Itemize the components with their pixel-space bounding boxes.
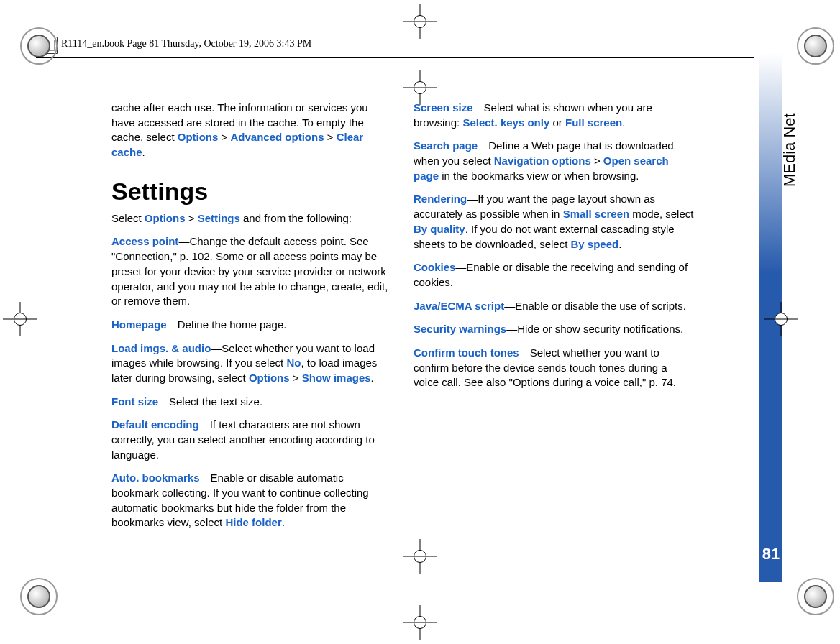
- text: —Define the home page.: [167, 318, 287, 331]
- crop-mark-icon: [403, 539, 437, 574]
- keyword: Options: [178, 131, 219, 143]
- text: .: [371, 372, 374, 384]
- text: .: [282, 516, 285, 528]
- crop-mark-icon: [403, 70, 437, 105]
- keyword: Search page: [414, 139, 478, 152]
- para: Access point—Change the default access p…: [111, 234, 392, 308]
- keyword: Advanced options: [231, 131, 324, 143]
- text: >: [324, 131, 337, 143]
- keyword: Security warnings: [414, 323, 506, 335]
- keyword: Options: [145, 212, 186, 224]
- para: cache after each use. The information or…: [111, 101, 392, 160]
- keyword: Confirm touch tones: [414, 346, 519, 359]
- keyword: By speed: [570, 238, 618, 250]
- text: —Hide or show security notifications.: [506, 323, 683, 335]
- crop-mark-icon: [403, 4, 437, 39]
- keyword: Show images: [302, 372, 371, 384]
- keyword: Small screen: [563, 208, 630, 220]
- para: Select Options > Settings and from the f…: [111, 211, 392, 226]
- text: .: [142, 146, 145, 158]
- crop-mark-icon: [403, 605, 437, 640]
- text: >: [186, 212, 198, 224]
- para: Confirm touch tones—Select whether you w…: [414, 346, 694, 390]
- para: Auto. bookmarks—Enable or disable automa…: [111, 471, 392, 530]
- text: >: [218, 131, 230, 143]
- para: Font size—Select the text size.: [111, 395, 392, 410]
- registration-mark-icon: [20, 578, 58, 615]
- crop-mark-icon: [764, 302, 798, 336]
- text: in the bookmarks view or when browsing.: [439, 170, 639, 182]
- para: Java/ECMA script—Enable or disable the u…: [414, 299, 694, 314]
- para: Rendering—If you want the page layout sh…: [414, 192, 694, 252]
- keyword: Settings: [198, 212, 240, 224]
- text: mode, select: [629, 208, 693, 220]
- para: Screen size—Select what is shown when yo…: [414, 101, 694, 130]
- keyword: Default encoding: [111, 418, 199, 431]
- header-rule-bottom: [36, 58, 754, 58]
- text: —Enable or disable the receiving and sen…: [414, 261, 688, 288]
- document-page: R1114_en.book Page 81 Thursday, October …: [0, 0, 840, 644]
- page-number: 81: [762, 545, 780, 564]
- text: —Select the text size.: [158, 395, 262, 408]
- text: Select: [111, 212, 145, 224]
- keyword: No: [286, 356, 301, 369]
- keyword: Access point: [111, 235, 178, 247]
- side-chapter-label: MEdia Net: [780, 113, 799, 187]
- text: or: [549, 116, 565, 129]
- header-text: R1114_en.book Page 81 Thursday, October …: [61, 38, 311, 50]
- keyword: Full screen: [565, 116, 622, 129]
- keyword: Options: [249, 372, 290, 384]
- para: Security warnings—Hide or show security …: [414, 322, 694, 337]
- keyword: Homepage: [111, 318, 167, 331]
- text: >: [290, 372, 302, 384]
- keyword: Font size: [111, 395, 158, 408]
- para: Search page—Define a Web page that is do…: [414, 139, 694, 183]
- body-columns: cache after each use. The information or…: [111, 101, 694, 539]
- section-heading-settings: Settings: [111, 178, 392, 206]
- registration-mark-icon: [797, 27, 834, 65]
- keyword: Load imgs. & audio: [111, 342, 211, 354]
- column-left: cache after each use. The information or…: [111, 101, 392, 539]
- para: Cookies—Enable or disable the receiving …: [414, 260, 694, 290]
- text: .: [618, 238, 621, 250]
- keyword: Rendering: [414, 193, 467, 205]
- header-rule-top: [36, 32, 754, 32]
- para: Load imgs. & audio—Select whether you wa…: [111, 341, 392, 386]
- text: >: [591, 155, 603, 167]
- keyword: Cookies: [414, 261, 455, 273]
- registration-mark-icon: [797, 578, 834, 615]
- keyword: Navigation options: [494, 155, 591, 167]
- column-right: Screen size—Select what is shown when yo…: [414, 101, 694, 539]
- keyword: Hide folder: [225, 516, 281, 528]
- text: .: [622, 116, 625, 129]
- text: —Enable or disable the use of scripts.: [504, 300, 686, 312]
- para: Default encoding—If text characters are …: [111, 418, 392, 462]
- crop-mark-icon: [3, 302, 37, 336]
- side-gradient: [759, 29, 782, 273]
- keyword: Auto. bookmarks: [111, 472, 200, 484]
- keyword: Select. keys only: [462, 116, 549, 129]
- keyword: Java/ECMA script: [414, 300, 504, 312]
- registration-mark-icon: [20, 27, 58, 65]
- para: Homepage—Define the home page.: [111, 318, 392, 333]
- text: and from the following:: [240, 212, 352, 224]
- keyword: By quality: [414, 223, 465, 235]
